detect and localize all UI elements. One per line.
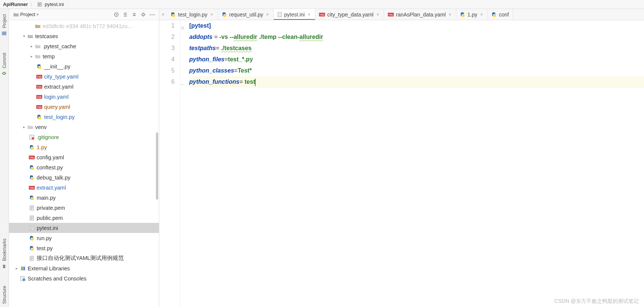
tool-bookmarks-label: Bookmarks bbox=[2, 239, 7, 261]
yaml-file-icon: YML bbox=[28, 185, 35, 191]
folder-icon bbox=[34, 53, 41, 59]
tree-item-conftest-py[interactable]: conftest.py bbox=[9, 162, 159, 172]
tab-ranasplan-data-yaml[interactable]: YMLranAsPlan_data.yaml× bbox=[384, 9, 456, 20]
python-file-icon bbox=[36, 64, 43, 70]
code-editor[interactable]: 1 2 3 4 5 6 ⊟ ⌙ [pytest] addopts = -vs -… bbox=[159, 20, 644, 307]
code-area[interactable]: [pytest] addopts = -vs --alluredir ./tem… bbox=[187, 20, 644, 307]
tree-item-1-py[interactable]: 1.py bbox=[9, 142, 159, 152]
tab-label: 1.py bbox=[467, 12, 477, 18]
tree-item-doc-cn[interactable]: 接口自动化测试YAML测试用例规范 bbox=[9, 253, 159, 263]
tree-item-testcases[interactable]: ▾testcases bbox=[9, 31, 159, 41]
close-tab-icon[interactable]: × bbox=[376, 12, 380, 17]
chevron-down-icon[interactable]: ▾ bbox=[21, 34, 27, 38]
tab-request-util-py[interactable]: request_util.py× bbox=[218, 9, 274, 20]
yaml-file-icon: YML bbox=[36, 74, 43, 80]
tab-test-login-py[interactable]: test_login.py× bbox=[167, 9, 218, 20]
tree-item-city-type-yaml[interactable]: YMLcity_type.yaml bbox=[9, 71, 159, 82]
settings-button[interactable] bbox=[139, 10, 147, 19]
left-tool-rail: Project Commit Bookmarks Structure bbox=[0, 9, 9, 307]
fold-mark-icon[interactable]: ⊟ bbox=[181, 22, 184, 34]
folder-icon bbox=[34, 23, 41, 29]
code-line-1: [pytest] bbox=[189, 20, 644, 31]
chevron-right-icon[interactable]: ▸ bbox=[28, 54, 34, 58]
tree-item-extract-yaml[interactable]: YMLextract.yaml bbox=[9, 82, 159, 92]
project-tree[interactable]: ed3dfc4c e334 481c b772 94041zu... ▾test… bbox=[9, 20, 159, 307]
folder-icon bbox=[34, 43, 41, 49]
python-file-icon bbox=[28, 235, 35, 241]
svg-text:YML: YML bbox=[37, 106, 42, 108]
ini-file-icon bbox=[277, 12, 282, 17]
close-tab-icon[interactable]: × bbox=[479, 12, 484, 17]
tool-project-label: Project bbox=[2, 14, 7, 28]
gitignore-icon bbox=[28, 134, 35, 140]
tool-bookmarks[interactable]: Bookmarks bbox=[1, 236, 8, 271]
tool-structure[interactable]: Structure bbox=[1, 283, 8, 307]
tree-item-test-py[interactable]: test.py bbox=[9, 243, 159, 253]
tab-city-type-data-yaml[interactable]: YMLcity_type_data.yaml× bbox=[315, 9, 384, 20]
tool-commit-label: Commit bbox=[2, 53, 7, 68]
tree-item-extract-yaml-root[interactable]: YMLextract.yaml bbox=[9, 182, 159, 193]
chevron-right-icon[interactable]: ▸ bbox=[13, 266, 19, 270]
tree-item-login-yaml[interactable]: YMLlogin.yaml bbox=[9, 92, 159, 102]
chevron-right-icon[interactable]: ▸ bbox=[21, 125, 27, 129]
close-tab-icon[interactable]: × bbox=[210, 12, 214, 17]
yaml-file-icon: YML bbox=[36, 94, 43, 100]
tree-item-pytest-cache[interactable]: ▸.pytest_cache bbox=[9, 41, 159, 51]
collapse-all-button[interactable] bbox=[130, 10, 138, 19]
svg-text:YML: YML bbox=[29, 156, 35, 159]
breadcrumb: ApiRunner 〉 pytest.ini bbox=[0, 0, 644, 9]
scrollbar-thumb[interactable] bbox=[156, 132, 158, 200]
text-caret bbox=[255, 79, 255, 86]
tree-item-main-py[interactable]: main.py bbox=[9, 193, 159, 203]
tree-item-gitignore[interactable]: .gitignore bbox=[9, 132, 159, 142]
close-tab-icon[interactable]: × bbox=[448, 12, 452, 17]
tree-item-public-pem[interactable]: public.pem bbox=[9, 213, 159, 223]
tab-close-left[interactable]: × bbox=[159, 9, 167, 20]
tab-label: conf bbox=[499, 12, 509, 18]
project-pane: Project ▾ — ed3dfc4c e334 481c b772 9404… bbox=[9, 9, 159, 307]
locate-button[interactable] bbox=[112, 10, 120, 19]
fold-gutter: ⊟ ⌙ bbox=[180, 20, 187, 307]
tool-project[interactable]: Project bbox=[1, 11, 8, 39]
code-line-3: testpaths= ./testcases bbox=[189, 43, 644, 54]
code-line-6: python_functions= test bbox=[189, 76, 644, 88]
tree-item-run-py[interactable]: run.py bbox=[9, 233, 159, 243]
project-view-selector[interactable]: Project ▾ bbox=[11, 11, 41, 18]
tree-item-test-login-py[interactable]: test_login.py bbox=[9, 112, 159, 122]
tab-label: pytest.ini bbox=[284, 12, 305, 18]
tree-item-config-yaml[interactable]: YMLconfig.yaml bbox=[9, 152, 159, 162]
breadcrumb-file[interactable]: pytest.ini bbox=[45, 1, 64, 7]
tab-label: ranAsPlan_data.yaml bbox=[396, 12, 446, 18]
hide-pane-button[interactable]: — bbox=[148, 10, 156, 19]
yaml-file-icon: YML bbox=[28, 154, 35, 160]
chevron-right-icon[interactable]: ▸ bbox=[28, 44, 34, 48]
tree-item-private-pem[interactable]: private.pem bbox=[9, 203, 159, 213]
tree-item-scratches[interactable]: Scratches and Consoles bbox=[9, 273, 159, 283]
tree-item-pytest-ini[interactable]: pytest.ini bbox=[9, 223, 159, 233]
tree-item-truncated[interactable]: ed3dfc4c e334 481c b772 94041zu... bbox=[9, 21, 159, 31]
tool-commit[interactable]: Commit bbox=[1, 50, 8, 79]
tree-item-init-py[interactable]: __init__.py bbox=[9, 61, 159, 71]
tab-1-py[interactable]: 1.py× bbox=[456, 9, 488, 20]
tree-item-temp[interactable]: ▸temp bbox=[9, 51, 159, 61]
fold-end-icon: ⌙ bbox=[181, 79, 184, 90]
tree-item-debug-talk-py[interactable]: debug_talk.py bbox=[9, 172, 159, 182]
svg-text:YML: YML bbox=[37, 86, 42, 88]
close-tab-icon[interactable]: × bbox=[266, 12, 270, 17]
python-file-icon bbox=[491, 12, 497, 17]
folder-icon bbox=[27, 33, 34, 39]
tab-conf[interactable]: conf bbox=[488, 9, 513, 20]
tab-pytest-ini[interactable]: pytest.ini× bbox=[274, 9, 315, 20]
tree-item-venv[interactable]: ▸venv bbox=[9, 122, 159, 132]
expand-all-button[interactable] bbox=[121, 10, 129, 19]
code-line-2: addopts = -vs --alluredir ./temp --clean… bbox=[189, 31, 644, 43]
editor-pane: × test_login.py× request_util.py× pytest… bbox=[159, 9, 644, 307]
tree-item-query-yaml[interactable]: YMLquery.yaml bbox=[9, 102, 159, 112]
scratch-icon bbox=[19, 276, 26, 282]
svg-text:YML: YML bbox=[388, 13, 394, 16]
breadcrumb-root[interactable]: ApiRunner bbox=[3, 1, 28, 7]
tree-item-external-libraries[interactable]: ▸External Libraries bbox=[9, 263, 159, 273]
close-tab-icon[interactable]: × bbox=[307, 12, 311, 17]
svg-point-10 bbox=[142, 13, 144, 16]
svg-rect-46 bbox=[278, 12, 282, 17]
